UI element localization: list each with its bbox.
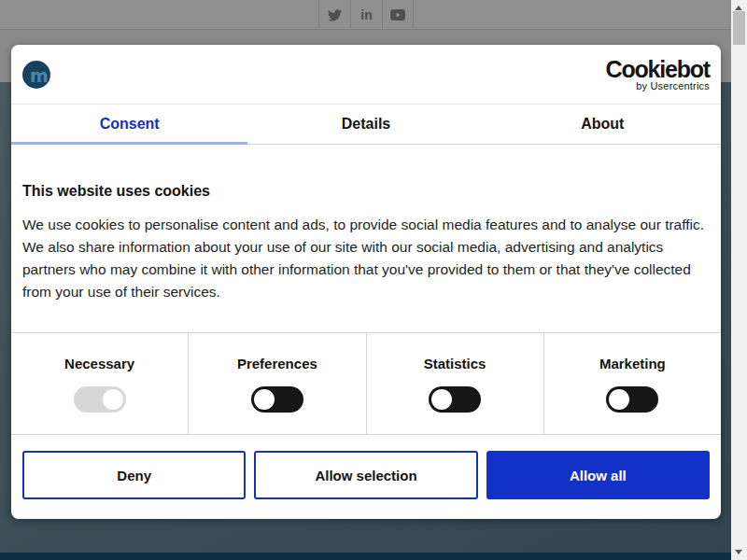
tab-consent[interactable]: Consent: [11, 105, 247, 144]
dialog-body-text: We use cookies to personalise content an…: [22, 214, 710, 303]
necessary-toggle: [74, 386, 126, 413]
category-preferences: Preferences: [188, 333, 365, 434]
allow-all-button[interactable]: Allow all: [486, 451, 710, 499]
category-marketing: Marketing: [543, 333, 721, 434]
tab-details[interactable]: Details: [247, 105, 484, 144]
deny-button[interactable]: Deny: [22, 451, 246, 499]
statistics-toggle[interactable]: [429, 386, 481, 413]
scrollbar-up-arrow-icon[interactable]: [735, 6, 742, 10]
dialog-heading: This website uses cookies: [22, 183, 710, 200]
dialog-content: This website uses cookies We use cookies…: [22, 183, 710, 303]
dialog-buttons: Deny Allow selection Allow all: [22, 451, 710, 499]
page-footer-strip: [0, 553, 747, 560]
preferences-toggle[interactable]: [251, 386, 303, 413]
cookie-categories: Necessary Preferences Statistics Marketi…: [11, 332, 721, 435]
twitter-link[interactable]: [318, 0, 350, 30]
allow-selection-button[interactable]: Allow selection: [254, 451, 477, 499]
social-links: in: [318, 0, 414, 30]
marketing-toggle[interactable]: [606, 386, 658, 413]
category-marketing-label: Marketing: [599, 356, 666, 371]
dialog-tabs: Consent Details About: [11, 105, 721, 145]
linkedin-link[interactable]: in: [350, 0, 382, 30]
dialog-header: m Cookiebot by Usercentrics: [11, 45, 721, 105]
category-statistics: Statistics: [366, 333, 543, 434]
category-necessary: Necessary: [11, 333, 188, 434]
category-necessary-label: Necessary: [64, 356, 134, 371]
youtube-link[interactable]: [382, 0, 414, 30]
cookiebot-wordmark-title: Cookiebot: [606, 58, 710, 80]
twitter-icon: [328, 9, 342, 21]
youtube-icon: [390, 9, 405, 21]
category-statistics-label: Statistics: [424, 356, 486, 371]
tab-about[interactable]: About: [485, 105, 721, 144]
scrollbar-down-arrow-icon[interactable]: [735, 550, 742, 554]
browser-scrollbar[interactable]: [731, 0, 747, 560]
cookiebot-logo-icon: m: [22, 61, 50, 89]
linkedin-icon: in: [360, 7, 372, 22]
scrollbar-thumb[interactable]: [733, 11, 745, 45]
cookiebot-wordmark: Cookiebot by Usercentrics: [606, 58, 710, 91]
cookie-consent-dialog: m Cookiebot by Usercentrics Consent Deta…: [11, 45, 721, 519]
category-preferences-label: Preferences: [237, 356, 317, 371]
